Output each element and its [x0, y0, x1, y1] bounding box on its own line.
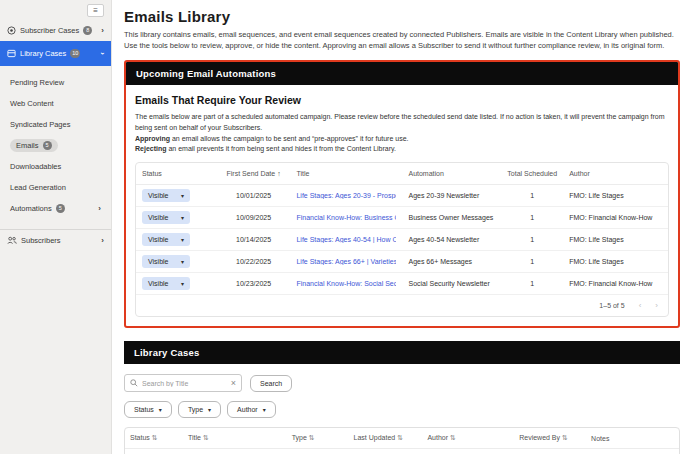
caret-down-icon: ▾ [208, 406, 211, 413]
status-filter-button[interactable]: Status▾ [124, 401, 172, 418]
chevron-right-icon: › [98, 204, 101, 213]
caret-down-icon: ▾ [181, 236, 184, 243]
sidebar-item-library-cases[interactable]: Library Cases 10 › [0, 41, 111, 66]
column-header-title[interactable]: Title ⇅ [183, 428, 287, 449]
column-header-status[interactable]: Status [136, 163, 217, 185]
table-row: Visible▾ 10/01/2025 Life Stages: Ages 20… [136, 185, 668, 207]
search-input[interactable] [142, 380, 227, 387]
sidebar-collapse-icon[interactable]: ≡ [87, 4, 104, 17]
column-header-type[interactable]: Type ⇅ [287, 428, 349, 449]
target-icon [7, 26, 16, 35]
email-title-link[interactable]: Financial Know-How: Business Owner [296, 214, 396, 221]
library-table-header: Status ⇅ Title ⇅ Type ⇅ Last Updated ⇅ A… [125, 428, 679, 449]
sidebar-item-label: Subscribers [21, 236, 61, 245]
table-row: Visible▾ DIFM Content Drop: Fall - Break… [125, 449, 679, 454]
sidebar-item-pending-review[interactable]: Pending Review [0, 72, 111, 93]
email-title-link[interactable]: Life Stages: Ages 20-39 - Prosperity P [296, 192, 396, 199]
column-header-notes: Notes [586, 428, 626, 449]
column-header-title[interactable]: Title [290, 163, 402, 185]
people-icon [7, 236, 17, 245]
library-cases-section: Library Cases × Search Status▾ Type▾ Aut… [124, 341, 680, 454]
automation-name: Ages 66+ Messages [402, 251, 501, 273]
total-scheduled: 1 [501, 185, 563, 207]
column-header-author[interactable]: Author ⇅ [422, 428, 514, 449]
sort-ascending-icon: ↑ [277, 170, 281, 177]
sidebar-item-automations[interactable]: Automations 5 › [0, 198, 111, 219]
first-send-date: 10/01/2025 [217, 185, 291, 207]
column-header-automation[interactable]: Automation [402, 163, 501, 185]
status-dropdown[interactable]: Visible▾ [142, 255, 190, 268]
sidebar-item-label: Emails [16, 141, 39, 150]
search-button[interactable]: Search [250, 375, 292, 392]
total-scheduled: 1 [501, 273, 563, 295]
pagination-next-icon[interactable]: › [655, 301, 658, 310]
pagination-prev-icon[interactable]: ‹ [639, 301, 642, 310]
total-scheduled: 1 [501, 229, 563, 251]
search-box: × [124, 374, 242, 392]
sidebar-item-subscriber-cases[interactable]: Subscriber Cases 8 › [0, 20, 111, 41]
status-dropdown[interactable]: Visible▾ [142, 277, 190, 290]
sidebar-item-label: Syndicated Pages [10, 120, 70, 129]
section-header-library-cases: Library Cases [124, 341, 680, 364]
clear-search-icon[interactable]: × [231, 378, 236, 388]
table-row: Visible▾ 10/09/2025 Financial Know-How: … [136, 207, 668, 229]
sidebar-item-subscribers[interactable]: Subscribers › [0, 230, 111, 251]
chevron-right-icon: › [101, 26, 104, 35]
sidebar: ≡ Subscriber Cases 8 › Library Cases 10 … [0, 0, 112, 454]
sidebar-item-lead-generation[interactable]: Lead Generation [0, 177, 111, 198]
page-title: Emails Library [124, 8, 680, 25]
automations-badge: 5 [56, 204, 65, 213]
sidebar-item-downloadables[interactable]: Downloadables [0, 156, 111, 177]
upcoming-automations-section: Upcoming Email Automations Emails That R… [124, 60, 680, 329]
case-author: FMO [422, 449, 514, 454]
library-table: Status ⇅ Title ⇅ Type ⇅ Last Updated ⇅ A… [124, 427, 680, 454]
sort-icon: ⇅ [562, 434, 568, 441]
author-filter-button[interactable]: Author▾ [227, 401, 276, 418]
email-title-link[interactable]: Life Stages: Ages 66+ | Varieties of Ext [296, 258, 396, 265]
sidebar-item-emails[interactable]: Emails 5 [0, 135, 111, 156]
author-name: FMO: Life Stages [563, 251, 668, 273]
automation-name: Social Security Newsletter [402, 273, 501, 295]
sidebar-item-label: Pending Review [10, 78, 64, 87]
status-dropdown[interactable]: Visible▾ [142, 233, 190, 246]
total-scheduled: 1 [501, 251, 563, 273]
column-header-author[interactable]: Author [563, 163, 668, 185]
first-send-date: 10/14/2025 [217, 229, 291, 251]
automation-name: Business Owner Messages [402, 207, 501, 229]
status-dropdown[interactable]: Visible▾ [142, 189, 190, 202]
status-dropdown[interactable]: Visible▾ [142, 211, 190, 224]
pagination-range: 1–5 of 5 [599, 302, 624, 309]
column-header-reviewed-by[interactable]: Reviewed By ⇅ [514, 428, 586, 449]
search-icon [130, 379, 138, 387]
emails-badge: 5 [43, 141, 52, 150]
first-send-date: 10/09/2025 [217, 207, 291, 229]
sidebar-item-label: Web Content [10, 99, 54, 108]
last-updated-date: 09/16/2025 [349, 449, 423, 454]
caret-down-icon: ▾ [181, 192, 184, 199]
author-name: FMO: Financial Know-How [563, 273, 668, 295]
table-row: Visible▾ 10/22/2025 Life Stages: Ages 66… [136, 251, 668, 273]
library-cases-submenu: Pending Review Web Content Syndicated Pa… [0, 66, 111, 227]
author-name: FMO: Life Stages [563, 185, 668, 207]
sort-icon: ⇅ [397, 434, 403, 441]
sidebar-item-label: Automations [10, 204, 52, 213]
column-header-status[interactable]: Status ⇅ [125, 428, 183, 449]
library-icon [7, 49, 16, 58]
first-send-date: 10/23/2025 [217, 273, 291, 295]
column-header-last-updated[interactable]: Last Updated ⇅ [349, 428, 423, 449]
chevron-down-icon: › [101, 49, 104, 58]
sidebar-item-syndicated-pages[interactable]: Syndicated Pages [0, 114, 111, 135]
type-filter-button[interactable]: Type▾ [178, 401, 221, 418]
automation-name: Ages 20-39 Newsletter [402, 185, 501, 207]
column-header-first-send-date[interactable]: First Send Date ↑ [217, 163, 291, 185]
email-title-link[interactable]: Financial Know-How: Social Security I [296, 280, 396, 287]
author-name: FMO: Life Stages [563, 229, 668, 251]
caret-down-icon: ▾ [181, 280, 184, 287]
sidebar-item-web-content[interactable]: Web Content [0, 93, 111, 114]
sort-icon: ⇅ [152, 434, 158, 441]
sort-icon: ⇅ [203, 434, 209, 441]
column-header-total-scheduled[interactable]: Total Scheduled [501, 163, 563, 185]
email-title-link[interactable]: Life Stages: Ages 40-54 | How Cash F [296, 236, 396, 243]
library-cases-badge: 10 [70, 49, 80, 58]
sidebar-item-label: Subscriber Cases [20, 26, 79, 35]
